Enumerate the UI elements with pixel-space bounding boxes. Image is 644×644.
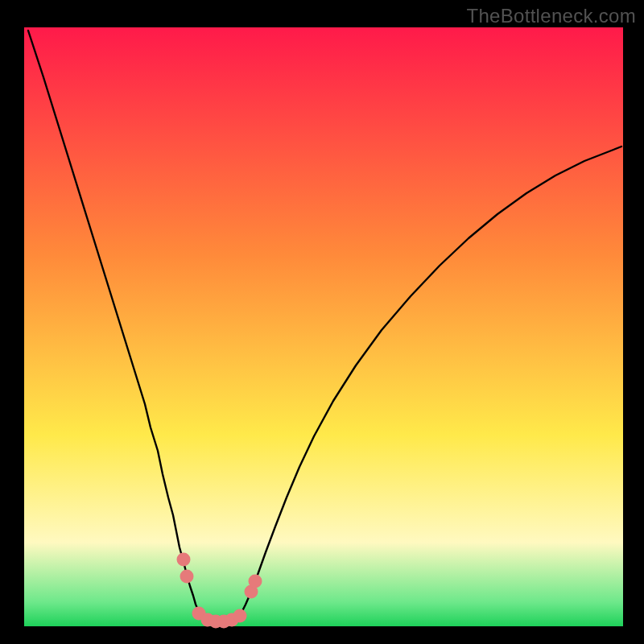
accent-dot [249,575,262,588]
accent-dot [177,553,191,567]
watermark-text: TheBottleneck.com [466,5,636,27]
plot-background [24,27,623,626]
bottleneck-chart [0,0,644,644]
accent-dot [233,609,247,623]
accent-dot [180,570,194,584]
chart-stage: TheBottleneck.com [0,0,644,644]
